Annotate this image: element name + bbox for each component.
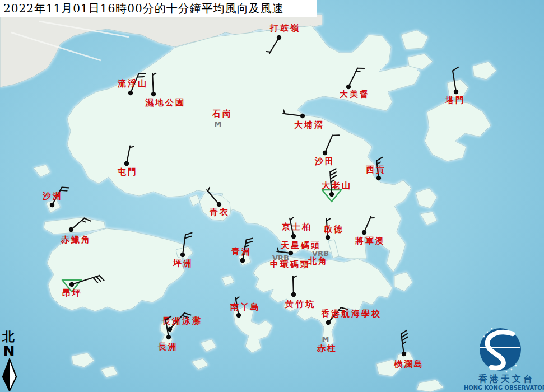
- station-label: 青衣: [209, 207, 230, 217]
- station-dot: [217, 202, 221, 207]
- station-label: 屯門: [117, 167, 138, 177]
- station-label: 大美督: [340, 89, 370, 99]
- station-dot: [240, 258, 245, 263]
- station-label: 沙田: [314, 156, 335, 166]
- station-dot: [362, 230, 366, 235]
- station-label: 香港航海學校: [320, 309, 382, 319]
- station-label: 啟德: [323, 224, 344, 234]
- station-label: 塔門: [445, 95, 466, 105]
- station-label: 大老山: [322, 180, 352, 190]
- station-dot: [289, 251, 293, 255]
- station-dot: [151, 92, 156, 96]
- station-dot: [326, 320, 331, 325]
- station-dot: [128, 91, 133, 95]
- station-dot: [69, 227, 73, 232]
- missing-data-code: M: [215, 120, 222, 128]
- station-dot: [323, 151, 327, 155]
- station-dot: [277, 35, 281, 40]
- station-label: 西貢: [366, 165, 386, 175]
- station-label: 打鼓嶺: [269, 23, 300, 33]
- station-label: 大埔滘: [294, 120, 324, 130]
- hko-name-cn: 香港天文台: [478, 374, 534, 384]
- station-label: 赤鱲角: [61, 235, 91, 245]
- station-label: 赤柱: [317, 343, 337, 353]
- station-dot: [236, 313, 241, 318]
- station-dot: [180, 253, 185, 257]
- station-label: 濕地公園: [145, 97, 185, 108]
- station-label: 沙洲: [42, 191, 63, 201]
- station-label: 黃竹坑: [285, 299, 315, 309]
- hk-wind-map: 打鼓嶺流浮山濕地公園M石崗大美督塔門大埔滘沙田西貢大老山京士柏啟德將軍澳天星碼頭…: [0, 0, 544, 392]
- station-dot: [329, 192, 334, 197]
- station-dot: [50, 203, 54, 207]
- station-dot: [346, 85, 351, 89]
- station-dot: [402, 352, 406, 356]
- station-label: 北角: [308, 256, 328, 266]
- hko-name-en: HONG KONG OBSERVATORY: [464, 385, 544, 391]
- station-dot: [291, 292, 296, 297]
- north-label-n: N: [3, 343, 15, 359]
- north-label-cn: 北: [2, 329, 15, 344]
- station-label: 長洲泳灘: [161, 316, 202, 326]
- station-label: 京士柏: [281, 222, 312, 232]
- station-label: 流浮山: [117, 78, 148, 88]
- station-dot: [454, 90, 458, 94]
- station-label: 昂坪: [62, 288, 82, 298]
- wind-barb-line: [293, 276, 294, 295]
- map-title: 2022年11月01日16時00分的十分鐘平均風向及風速: [3, 2, 284, 15]
- wind-barb-line: [267, 52, 271, 52]
- station-label: 石崗: [212, 109, 233, 119]
- station-dot: [326, 235, 330, 240]
- wind-barb-line: [62, 188, 68, 188]
- station-dot: [69, 282, 74, 287]
- station-label: 將軍澳: [355, 236, 385, 246]
- station-label: 坪洲: [173, 258, 193, 268]
- station-label: 橫瀾島: [393, 359, 424, 369]
- station-dot: [291, 234, 296, 239]
- station-label: 中環碼頭: [270, 259, 310, 269]
- station-label: 南丫島: [230, 302, 261, 312]
- station-dot: [124, 161, 129, 166]
- station-label: 長洲: [157, 342, 178, 352]
- title-bar: 2022年11月01日16時00分的十分鐘平均風向及風速: [0, 0, 317, 17]
- missing-data-code: M: [322, 335, 329, 343]
- station-dot: [300, 114, 305, 118]
- station-label: 青洲: [231, 246, 252, 256]
- station-dot: [166, 335, 171, 339]
- station-dot: [376, 176, 381, 180]
